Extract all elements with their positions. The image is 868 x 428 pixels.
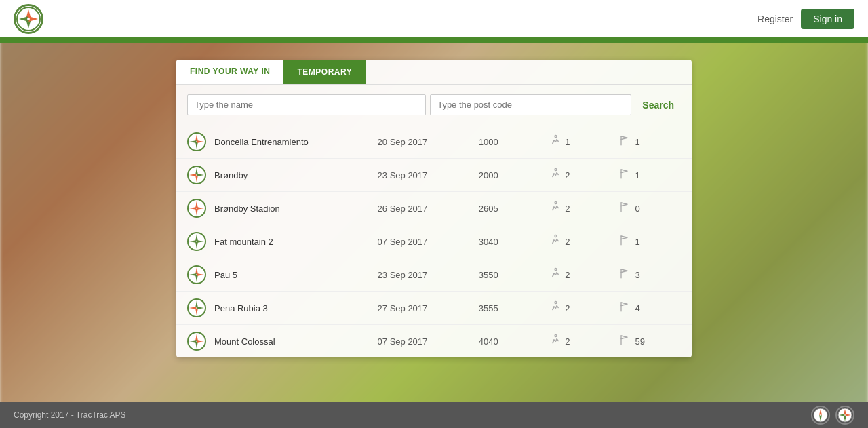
runners-icon — [549, 201, 561, 216]
event-date: 26 Sep 2017 — [378, 203, 471, 214]
event-date: 07 Sep 2017 — [378, 336, 471, 347]
event-flags: 1 — [619, 234, 681, 249]
flags-icon — [619, 234, 631, 249]
event-flags: 59 — [619, 334, 681, 349]
event-flags: 4 — [619, 300, 681, 315]
table-row[interactable]: Brøndby Stadion 26 Sep 2017 2605 2 0 — [176, 192, 692, 225]
signin-button[interactable]: Sign in — [801, 9, 854, 29]
table-row[interactable]: Brøndby 23 Sep 2017 2000 2 1 — [176, 159, 692, 192]
footer: Copyright 2017 - TracTrac APS — [0, 402, 868, 428]
event-code: 1000 — [479, 137, 540, 147]
event-icon — [187, 166, 206, 184]
event-date: 23 Sep 2017 — [378, 170, 471, 180]
flags-count: 0 — [635, 203, 640, 214]
event-name: Fat mountain 2 — [214, 237, 370, 247]
white-panel: FIND YOUR WAY IN TEMPORARY Search Doncel… — [176, 60, 692, 357]
event-runners: 2 — [549, 201, 610, 216]
flags-count: 1 — [635, 137, 640, 147]
search-postcode-input[interactable] — [430, 94, 631, 115]
event-name: Mount Colossal — [214, 336, 370, 347]
event-date: 27 Sep 2017 — [378, 303, 471, 313]
table-row[interactable]: Pena Rubia 3 27 Sep 2017 3555 2 4 — [176, 292, 692, 325]
event-icon — [187, 332, 206, 351]
flags-icon — [619, 334, 631, 349]
runners-count: 2 — [565, 170, 570, 180]
event-name: Doncella Entrenamiento — [214, 137, 370, 147]
runners-count: 2 — [565, 303, 570, 313]
event-icon — [187, 265, 206, 284]
event-code: 4040 — [479, 336, 540, 347]
event-runners: 1 — [549, 134, 610, 149]
svg-point-40 — [555, 302, 557, 304]
event-runners: 2 — [549, 234, 610, 249]
runners-count: 2 — [565, 336, 570, 347]
logo-circle — [14, 4, 43, 34]
register-link[interactable]: Register — [757, 14, 793, 24]
event-code: 3550 — [479, 270, 540, 280]
event-name: Pau 5 — [214, 270, 370, 280]
tab-temporary[interactable]: TEMPORARY — [283, 60, 366, 84]
event-flags: 1 — [619, 168, 681, 182]
events-list: Doncella Entrenamiento 20 Sep 2017 1000 … — [176, 125, 692, 357]
flags-count: 59 — [635, 336, 645, 347]
tab-find-your-way-in[interactable]: FIND YOUR WAY IN — [176, 60, 283, 84]
green-strip — [0, 37, 868, 43]
svg-point-28 — [555, 235, 557, 237]
event-date: 07 Sep 2017 — [378, 237, 471, 247]
event-flags: 3 — [619, 267, 681, 282]
runners-count: 1 — [565, 137, 570, 147]
event-runners: 2 — [549, 300, 610, 315]
event-icon — [187, 298, 206, 317]
logo-icon — [16, 7, 41, 31]
runners-count: 2 — [565, 237, 570, 247]
event-icon — [187, 132, 206, 151]
flags-icon — [619, 267, 631, 282]
flags-count: 3 — [635, 270, 640, 280]
event-date: 23 Sep 2017 — [378, 270, 471, 280]
event-flags: 0 — [619, 201, 681, 216]
runners-icon — [549, 168, 561, 182]
event-name: Brøndby — [214, 170, 370, 180]
header: Register Sign in — [0, 0, 868, 37]
svg-point-16 — [555, 169, 557, 171]
event-code: 3555 — [479, 303, 540, 313]
runners-icon — [549, 267, 561, 282]
event-runners: 2 — [549, 267, 610, 282]
event-icon — [187, 199, 206, 218]
runners-count: 2 — [565, 203, 570, 214]
runners-icon — [549, 300, 561, 315]
flags-icon — [619, 134, 631, 149]
event-name: Pena Rubia 3 — [214, 303, 370, 313]
search-button[interactable]: Search — [635, 95, 681, 115]
flags-count: 1 — [635, 237, 640, 247]
event-runners: 2 — [549, 334, 610, 349]
table-row[interactable]: Mount Colossal 07 Sep 2017 4040 2 59 — [176, 325, 692, 357]
footer-copyright: Copyright 2017 - TracTrac APS — [14, 410, 126, 420]
runners-icon — [549, 134, 561, 149]
search-row: Search — [176, 85, 692, 125]
svg-point-46 — [555, 335, 557, 337]
runners-count: 2 — [565, 270, 570, 280]
flags-count: 1 — [635, 170, 640, 180]
table-row[interactable]: Doncella Entrenamiento 20 Sep 2017 1000 … — [176, 125, 692, 159]
svg-point-22 — [555, 202, 557, 204]
event-code: 2000 — [479, 170, 540, 180]
runners-icon — [549, 334, 561, 349]
table-row[interactable]: Pau 5 23 Sep 2017 3550 2 3 — [176, 258, 692, 292]
flags-icon — [619, 300, 631, 315]
event-code: 3040 — [479, 237, 540, 247]
event-runners: 2 — [549, 168, 610, 182]
flags-count: 4 — [635, 303, 640, 313]
flags-icon — [619, 201, 631, 216]
main-content: FIND YOUR WAY IN TEMPORARY Search Doncel… — [0, 43, 868, 357]
event-flags: 1 — [619, 134, 681, 149]
event-date: 20 Sep 2017 — [378, 137, 471, 147]
svg-point-34 — [555, 269, 557, 271]
svg-point-10 — [555, 136, 557, 138]
footer-icon-2 — [835, 406, 854, 425]
flags-icon — [619, 168, 631, 182]
table-row[interactable]: Fat mountain 2 07 Sep 2017 3040 2 1 — [176, 225, 692, 258]
search-name-input[interactable] — [187, 94, 426, 115]
event-name: Brøndby Stadion — [214, 203, 370, 214]
event-icon — [187, 232, 206, 251]
